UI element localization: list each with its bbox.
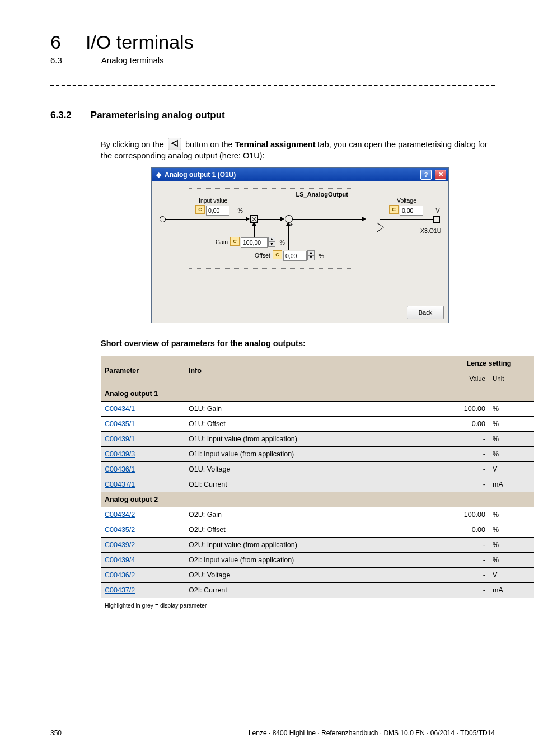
cell-unit: % [489,522,535,537]
cell-info: O1U: Input value (from application) [185,431,433,446]
parameter-link[interactable]: C00435/2 [105,526,135,534]
cell-value: - [433,431,489,446]
cell-info: O2U: Offset [185,522,433,537]
help-icon[interactable]: ? [420,170,432,180]
th-value: Value [433,371,489,386]
table-row: C00436/1O1U: Voltage-V [101,461,535,477]
table-row: C00439/3O1I: Input value (from applicati… [101,446,535,461]
wire [292,219,364,220]
table-row: C00439/2O2U: Input value (from applicati… [101,537,535,552]
parameter-link[interactable]: C00435/1 [105,420,135,428]
dialog-title-text: Analog output 1 (O1U) [165,171,236,179]
offset-stepper[interactable]: ▲▼ [307,250,315,260]
cell-parameter: C00436/1 [101,461,185,477]
page-footer: 350 Lenze · 8400 HighLine · Referenzhand… [50,729,495,737]
analog-output-dialog: ◆ Analog output 1 (O1U) ? ✕ LS_AnalogOut… [151,167,449,323]
parameter-link[interactable]: C00436/2 [105,571,135,579]
th-unit: Unit [489,371,535,386]
cell-parameter: C00435/1 [101,416,185,431]
voltage-unit: V [435,207,439,214]
parameter-link[interactable]: C00434/1 [105,405,135,413]
table-row: C00434/1O1U: Gain100.00% [101,401,535,416]
table-row: C00439/4O2I: Input value (from applicati… [101,552,535,567]
gain-field[interactable]: 100,00 [241,237,268,248]
c-tag-icon: C [389,205,399,214]
wire [165,219,248,220]
voltage-label: Voltage [397,197,416,204]
separator-rule [50,85,495,86]
voltage-field[interactable]: 0,00 [400,206,423,216]
table-footnote: Highlighted in grey = display parameter [101,598,535,613]
table-section-label: Analog output 1 [101,386,535,401]
input-value-label: Input value [199,197,227,204]
offset-field[interactable]: 0,00 [283,251,307,261]
terminal-icon [433,216,440,223]
cell-info: O1U: Voltage [185,461,433,477]
table-row: C00439/1O1U: Input value (from applicati… [101,431,535,446]
cell-unit: % [489,552,535,567]
subsection-row: 6.3 Analog terminals [50,55,495,65]
cell-unit: V [489,461,535,477]
table-section-row: Analog output 1 [101,386,535,401]
table-row: C00435/1O1U: Offset0.00% [101,416,535,431]
cell-value: - [433,477,489,492]
table-row: C00436/2O2U: Voltage-V [101,567,535,582]
cell-info: O2U: Voltage [185,567,433,582]
gain-label: Gain [216,239,228,245]
cell-parameter: C00439/1 [101,431,185,446]
parameter-link[interactable]: C00439/3 [105,450,135,458]
cell-info: O2I: Input value (from application) [185,552,433,567]
parameter-link[interactable]: C00439/4 [105,556,135,564]
subsection-title: Analog terminals [101,55,164,65]
section-number: 6.3.2 [50,110,72,121]
cell-unit: % [489,507,535,522]
cell-value: - [433,537,489,552]
cell-parameter: C00439/3 [101,446,185,461]
cell-unit: mA [489,477,535,492]
chapter-number: 6 [50,31,61,53]
table-caption: Short overview of parameters for the ana… [101,339,495,348]
th-info: Info [185,356,433,386]
input-value-field[interactable]: 0,00 [206,206,229,216]
cell-value: - [433,567,489,582]
dialog-body: LS_AnalogOutput Input value C0,00 % [152,181,448,323]
parameter-link[interactable]: C00437/2 [105,586,135,594]
open-param-icon[interactable] [168,138,181,150]
close-icon[interactable]: ✕ [435,170,446,180]
plus-label: + [279,213,282,219]
parameter-link[interactable]: C00437/1 [105,480,135,488]
wire [380,219,433,220]
arrow-up-icon [286,222,291,226]
cell-unit: % [489,537,535,552]
gain-unit: % [279,239,284,246]
cell-parameter: C00439/4 [101,552,185,567]
parameter-link[interactable]: C00436/1 [105,465,135,473]
arrow-icon [246,217,250,221]
cell-info: O2U: Gain [185,507,433,522]
cell-unit: % [489,446,535,461]
gain-stepper[interactable]: ▲▼ [268,237,275,247]
cell-info: O2U: Input value (from application) [185,537,433,552]
cell-info: O1I: Input value (from application) [185,446,433,461]
intro-bold: Terminal assignment [235,140,316,149]
cell-parameter: C00436/2 [101,567,185,582]
parameter-link[interactable]: C00439/1 [105,435,135,443]
arrow-icon [362,217,366,221]
back-button[interactable]: Back [407,306,444,319]
page-number: 350 [50,729,62,737]
th-parameter: Parameter [101,356,185,386]
cell-parameter: C00437/2 [101,582,185,598]
dialog-titlebar: ◆ Analog output 1 (O1U) ? ✕ [152,168,448,181]
cell-value: 0.00 [433,522,489,537]
parameter-link[interactable]: C00434/2 [105,511,135,519]
cell-info: O1U: Offset [185,416,433,431]
table-row: C00437/2O2I: Current-mA [101,582,535,598]
intro-pre: By clicking on the [101,140,166,149]
table-section-row: Analog output 2 [101,492,535,507]
parameter-link[interactable]: C00439/2 [105,541,135,549]
c-tag-icon: C [195,205,205,214]
cell-unit: % [489,401,535,416]
intro-mid: button on the [185,140,235,149]
cell-value: 100.00 [433,507,489,522]
cell-parameter: C00435/2 [101,522,185,537]
